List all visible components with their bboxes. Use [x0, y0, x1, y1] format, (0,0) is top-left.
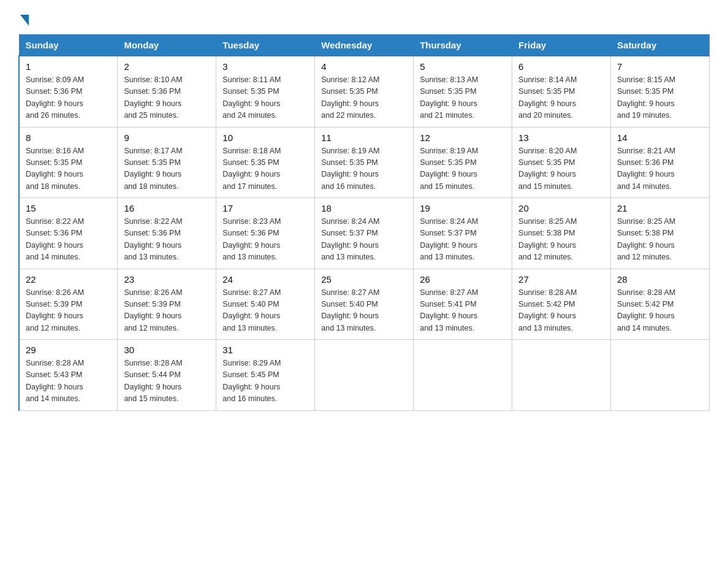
day-number: 8 [26, 132, 111, 143]
calendar-cell: 15 Sunrise: 8:22 AM Sunset: 5:36 PM Dayl… [19, 198, 118, 269]
calendar-cell: 13 Sunrise: 8:20 AM Sunset: 5:35 PM Dayl… [512, 127, 611, 198]
calendar-cell: 17 Sunrise: 8:23 AM Sunset: 5:36 PM Dayl… [216, 198, 315, 269]
calendar-cell: 5 Sunrise: 8:13 AM Sunset: 5:35 PM Dayli… [414, 56, 512, 127]
day-info: Sunrise: 8:27 AM Sunset: 5:41 PM Dayligh… [420, 287, 506, 335]
day-number: 31 [222, 345, 308, 355]
column-header-wednesday: Wednesday [315, 35, 414, 56]
day-number: 18 [321, 203, 407, 213]
day-number: 29 [26, 345, 111, 355]
calendar-cell: 19 Sunrise: 8:24 AM Sunset: 5:37 PM Dayl… [414, 198, 512, 269]
day-number: 6 [518, 61, 604, 72]
week-row-4: 22 Sunrise: 8:26 AM Sunset: 5:39 PM Dayl… [19, 269, 710, 340]
calendar-cell: 10 Sunrise: 8:18 AM Sunset: 5:35 PM Dayl… [216, 127, 315, 198]
day-number: 17 [222, 203, 308, 213]
week-row-1: 1 Sunrise: 8:09 AM Sunset: 5:36 PM Dayli… [19, 56, 710, 127]
day-info: Sunrise: 8:20 AM Sunset: 5:35 PM Dayligh… [518, 145, 604, 193]
day-number: 9 [124, 132, 210, 143]
day-info: Sunrise: 8:17 AM Sunset: 5:35 PM Dayligh… [124, 145, 210, 193]
day-info: Sunrise: 8:21 AM Sunset: 5:36 PM Dayligh… [617, 145, 703, 193]
day-number: 26 [420, 274, 506, 285]
day-number: 25 [321, 274, 407, 285]
calendar-cell: 24 Sunrise: 8:27 AM Sunset: 5:40 PM Dayl… [216, 269, 315, 340]
calendar-cell: 20 Sunrise: 8:25 AM Sunset: 5:38 PM Dayl… [512, 198, 611, 269]
day-number: 20 [518, 203, 604, 213]
calendar-cell: 26 Sunrise: 8:27 AM Sunset: 5:41 PM Dayl… [414, 269, 512, 340]
day-info: Sunrise: 8:11 AM Sunset: 5:35 PM Dayligh… [222, 74, 308, 122]
calendar-cell [611, 340, 710, 411]
day-number: 14 [617, 132, 703, 143]
day-info: Sunrise: 8:25 AM Sunset: 5:38 PM Dayligh… [518, 216, 604, 264]
calendar-cell [414, 340, 512, 411]
day-info: Sunrise: 8:10 AM Sunset: 5:36 PM Dayligh… [124, 74, 210, 122]
day-info: Sunrise: 8:27 AM Sunset: 5:40 PM Dayligh… [321, 287, 407, 335]
calendar-cell: 3 Sunrise: 8:11 AM Sunset: 5:35 PM Dayli… [216, 56, 315, 127]
day-info: Sunrise: 8:15 AM Sunset: 5:35 PM Dayligh… [617, 74, 703, 122]
day-info: Sunrise: 8:19 AM Sunset: 5:35 PM Dayligh… [420, 145, 506, 193]
column-header-friday: Friday [512, 35, 611, 56]
day-number: 5 [420, 61, 506, 72]
calendar-cell: 23 Sunrise: 8:26 AM Sunset: 5:39 PM Dayl… [118, 269, 216, 340]
week-row-2: 8 Sunrise: 8:16 AM Sunset: 5:35 PM Dayli… [19, 127, 710, 198]
calendar-cell: 30 Sunrise: 8:28 AM Sunset: 5:44 PM Dayl… [118, 340, 216, 411]
day-info: Sunrise: 8:28 AM Sunset: 5:44 PM Dayligh… [124, 358, 210, 405]
calendar-cell: 28 Sunrise: 8:28 AM Sunset: 5:42 PM Dayl… [611, 269, 710, 340]
day-info: Sunrise: 8:28 AM Sunset: 5:43 PM Dayligh… [26, 358, 111, 405]
column-header-monday: Monday [118, 35, 216, 56]
day-info: Sunrise: 8:22 AM Sunset: 5:36 PM Dayligh… [26, 216, 111, 264]
calendar-table: SundayMondayTuesdayWednesdayThursdayFrid… [18, 34, 710, 411]
page-header [18, 12, 710, 23]
day-number: 11 [321, 132, 407, 143]
day-info: Sunrise: 8:29 AM Sunset: 5:45 PM Dayligh… [222, 358, 308, 405]
day-number: 1 [26, 61, 111, 72]
day-info: Sunrise: 8:23 AM Sunset: 5:36 PM Dayligh… [222, 216, 308, 264]
day-info: Sunrise: 8:19 AM Sunset: 5:35 PM Dayligh… [321, 145, 407, 193]
day-number: 13 [518, 132, 604, 143]
calendar-cell: 11 Sunrise: 8:19 AM Sunset: 5:35 PM Dayl… [315, 127, 414, 198]
day-number: 15 [26, 203, 111, 213]
calendar-cell: 6 Sunrise: 8:14 AM Sunset: 5:35 PM Dayli… [512, 56, 611, 127]
calendar-cell: 9 Sunrise: 8:17 AM Sunset: 5:35 PM Dayli… [118, 127, 216, 198]
day-info: Sunrise: 8:09 AM Sunset: 5:36 PM Dayligh… [26, 74, 111, 122]
day-number: 3 [222, 61, 308, 72]
calendar-cell: 4 Sunrise: 8:12 AM Sunset: 5:35 PM Dayli… [315, 56, 414, 127]
week-row-5: 29 Sunrise: 8:28 AM Sunset: 5:43 PM Dayl… [19, 340, 710, 411]
day-number: 21 [617, 203, 703, 213]
day-info: Sunrise: 8:24 AM Sunset: 5:37 PM Dayligh… [321, 216, 407, 264]
day-number: 28 [617, 274, 703, 285]
column-header-sunday: Sunday [19, 35, 118, 56]
calendar-cell [512, 340, 611, 411]
calendar-cell: 12 Sunrise: 8:19 AM Sunset: 5:35 PM Dayl… [414, 127, 512, 198]
day-info: Sunrise: 8:26 AM Sunset: 5:39 PM Dayligh… [26, 287, 111, 335]
calendar-cell: 1 Sunrise: 8:09 AM Sunset: 5:36 PM Dayli… [19, 56, 118, 127]
day-number: 10 [222, 132, 308, 143]
day-info: Sunrise: 8:13 AM Sunset: 5:35 PM Dayligh… [420, 74, 506, 122]
calendar-cell: 16 Sunrise: 8:22 AM Sunset: 5:36 PM Dayl… [118, 198, 216, 269]
day-info: Sunrise: 8:16 AM Sunset: 5:35 PM Dayligh… [26, 145, 111, 193]
day-info: Sunrise: 8:24 AM Sunset: 5:37 PM Dayligh… [420, 216, 506, 264]
day-number: 19 [420, 203, 506, 213]
day-info: Sunrise: 8:18 AM Sunset: 5:35 PM Dayligh… [222, 145, 308, 193]
day-number: 2 [124, 61, 210, 72]
day-number: 7 [617, 61, 703, 72]
calendar-cell: 18 Sunrise: 8:24 AM Sunset: 5:37 PM Dayl… [315, 198, 414, 269]
day-number: 27 [518, 274, 604, 285]
day-number: 12 [420, 132, 506, 143]
week-row-3: 15 Sunrise: 8:22 AM Sunset: 5:36 PM Dayl… [19, 198, 710, 269]
day-number: 24 [222, 274, 308, 285]
calendar-cell [315, 340, 414, 411]
day-info: Sunrise: 8:14 AM Sunset: 5:35 PM Dayligh… [518, 74, 604, 122]
day-info: Sunrise: 8:22 AM Sunset: 5:36 PM Dayligh… [124, 216, 210, 264]
calendar-cell: 7 Sunrise: 8:15 AM Sunset: 5:35 PM Dayli… [611, 56, 710, 127]
day-number: 16 [124, 203, 210, 213]
day-info: Sunrise: 8:27 AM Sunset: 5:40 PM Dayligh… [222, 287, 308, 335]
calendar-cell: 8 Sunrise: 8:16 AM Sunset: 5:35 PM Dayli… [19, 127, 118, 198]
calendar-cell: 29 Sunrise: 8:28 AM Sunset: 5:43 PM Dayl… [19, 340, 118, 411]
day-number: 22 [26, 274, 111, 285]
day-info: Sunrise: 8:26 AM Sunset: 5:39 PM Dayligh… [124, 287, 210, 335]
day-info: Sunrise: 8:28 AM Sunset: 5:42 PM Dayligh… [617, 287, 703, 335]
calendar-header-row: SundayMondayTuesdayWednesdayThursdayFrid… [19, 35, 710, 56]
day-info: Sunrise: 8:25 AM Sunset: 5:38 PM Dayligh… [617, 216, 703, 264]
calendar-cell: 21 Sunrise: 8:25 AM Sunset: 5:38 PM Dayl… [611, 198, 710, 269]
column-header-tuesday: Tuesday [216, 35, 315, 56]
day-number: 4 [321, 61, 407, 72]
